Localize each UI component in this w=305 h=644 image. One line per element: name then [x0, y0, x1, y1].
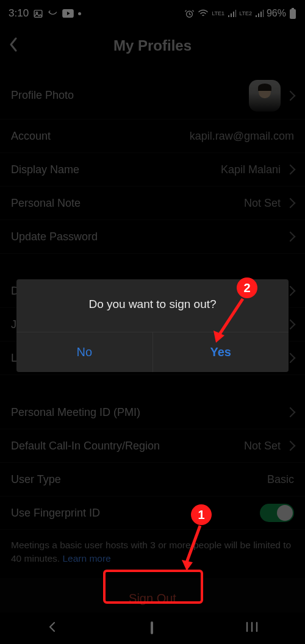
- dialog-yes-button[interactable]: Yes: [152, 332, 289, 372]
- annotation-box-signout: [103, 570, 203, 604]
- dialog-no-button[interactable]: No: [16, 332, 152, 372]
- annotation-step-2: 2: [237, 277, 257, 298]
- annotation-step-1: 1: [191, 504, 212, 525]
